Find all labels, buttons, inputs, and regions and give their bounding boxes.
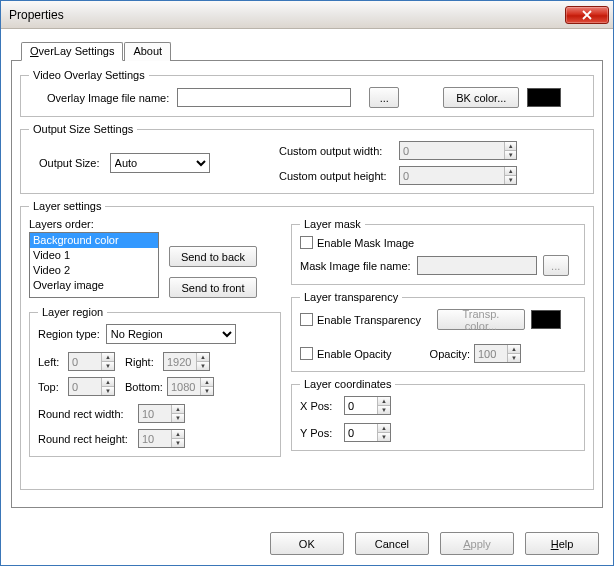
spin-up-icon[interactable]: ▲ xyxy=(172,405,184,413)
custom-height-input[interactable] xyxy=(400,167,504,184)
rrh-input[interactable] xyxy=(139,430,171,447)
checkbox-box-icon xyxy=(300,236,313,249)
spin-up-icon[interactable]: ▲ xyxy=(378,397,390,405)
list-item[interactable]: Overlay image xyxy=(30,278,158,293)
transp-color-button[interactable]: Transp. color... xyxy=(437,309,525,330)
left-label: Left: xyxy=(38,356,68,368)
spin-down-icon[interactable]: ▼ xyxy=(505,150,516,159)
spin-down-icon[interactable]: ▼ xyxy=(378,405,390,414)
y-pos-input[interactable] xyxy=(345,424,377,441)
x-pos-spin[interactable]: ▲▼ xyxy=(344,396,391,415)
spin-down-icon[interactable]: ▼ xyxy=(172,413,184,422)
bottom-input[interactable] xyxy=(168,378,200,395)
tab-panel: Video Overlay Settings Overlay Image fil… xyxy=(11,60,603,508)
spin-up-icon[interactable]: ▲ xyxy=(505,142,516,150)
ok-button[interactable]: OK xyxy=(270,532,344,555)
spin-down-icon[interactable]: ▼ xyxy=(102,361,114,370)
spin-up-icon[interactable]: ▲ xyxy=(172,430,184,438)
custom-width-spin[interactable]: ▲▼ xyxy=(399,141,517,160)
rrw-input[interactable] xyxy=(139,405,171,422)
spin-up-icon[interactable]: ▲ xyxy=(201,378,213,386)
spin-down-icon[interactable]: ▼ xyxy=(201,386,213,395)
spin-up-icon[interactable]: ▲ xyxy=(508,345,520,353)
right-input[interactable] xyxy=(164,353,196,370)
legend-layer-settings: Layer settings xyxy=(29,200,105,212)
send-to-back-button[interactable]: Send to back xyxy=(169,246,257,267)
spin-up-icon[interactable]: ▲ xyxy=(102,353,114,361)
bk-color-swatch xyxy=(527,88,561,107)
tab-strip: OverLay Settings About xyxy=(21,41,603,60)
spin-down-icon[interactable]: ▼ xyxy=(508,353,520,362)
spin-up-icon[interactable]: ▲ xyxy=(197,353,209,361)
custom-height-spin[interactable]: ▲▼ xyxy=(399,166,517,185)
group-layer-region: Layer region Region type: No Region Left… xyxy=(29,306,281,457)
spin-up-icon[interactable]: ▲ xyxy=(102,378,114,386)
tab-overlay-settings[interactable]: OverLay Settings xyxy=(21,42,123,61)
top-input[interactable] xyxy=(69,378,101,395)
right-label: Right: xyxy=(125,356,163,368)
spin-down-icon[interactable]: ▼ xyxy=(197,361,209,370)
custom-height-label: Custom output height: xyxy=(279,170,399,182)
opacity-spin[interactable]: ▲▼ xyxy=(474,344,521,363)
legend-layer-region: Layer region xyxy=(38,306,107,318)
dialog-footer: OK Cancel Apply Help xyxy=(1,532,613,555)
checkbox-box-icon xyxy=(300,313,313,326)
y-pos-spin[interactable]: ▲▼ xyxy=(344,423,391,442)
region-type-label: Region type: xyxy=(38,328,100,340)
apply-button[interactable]: Apply xyxy=(440,532,514,555)
list-item[interactable]: Video 1 xyxy=(30,248,158,263)
help-button[interactable]: Help xyxy=(525,532,599,555)
transp-color-swatch xyxy=(531,310,561,329)
mask-file-input[interactable] xyxy=(417,256,537,275)
close-icon xyxy=(582,10,592,20)
close-button[interactable] xyxy=(565,6,609,24)
region-type-select[interactable]: No Region xyxy=(106,324,236,344)
output-size-label: Output Size: xyxy=(39,157,100,169)
top-spin[interactable]: ▲▼ xyxy=(68,377,115,396)
opacity-label: Opacity: xyxy=(430,348,470,360)
titlebar: Properties xyxy=(1,1,613,29)
overlay-image-browse-button[interactable]: ... xyxy=(369,87,399,108)
enable-mask-label: Enable Mask Image xyxy=(317,237,414,249)
rrw-spin[interactable]: ▲▼ xyxy=(138,404,185,423)
send-to-front-button[interactable]: Send to front xyxy=(169,277,257,298)
right-spin[interactable]: ▲▼ xyxy=(163,352,210,371)
bottom-spin[interactable]: ▲▼ xyxy=(167,377,214,396)
left-input[interactable] xyxy=(69,353,101,370)
tab-overlay-label: verLay Settings xyxy=(39,45,115,57)
list-item[interactable]: Background color xyxy=(30,233,158,248)
spin-down-icon[interactable]: ▼ xyxy=(102,386,114,395)
spin-down-icon[interactable]: ▼ xyxy=(378,432,390,441)
top-label: Top: xyxy=(38,381,68,393)
spin-up-icon[interactable]: ▲ xyxy=(505,167,516,175)
legend-layer-coordinates: Layer coordinates xyxy=(300,378,395,390)
left-spin[interactable]: ▲▼ xyxy=(68,352,115,371)
group-layer-settings: Layer settings Layers order: Background … xyxy=(20,200,594,490)
tab-about[interactable]: About xyxy=(124,42,171,61)
overlay-image-input[interactable] xyxy=(177,88,351,107)
group-layer-transparency: Layer transparency Enable Transparency T… xyxy=(291,291,585,372)
cancel-button[interactable]: Cancel xyxy=(355,532,429,555)
list-item[interactable]: Video 2 xyxy=(30,263,158,278)
apply-label: A xyxy=(463,538,470,550)
rrh-spin[interactable]: ▲▼ xyxy=(138,429,185,448)
group-output-size: Output Size Settings Output Size: Auto C… xyxy=(20,123,594,194)
mask-browse-button[interactable]: ... xyxy=(543,255,569,276)
x-pos-input[interactable] xyxy=(345,397,377,414)
spin-up-icon[interactable]: ▲ xyxy=(378,424,390,432)
enable-transparency-checkbox[interactable]: Enable Transparency xyxy=(300,313,421,326)
bk-color-button[interactable]: BK color... xyxy=(443,87,519,108)
spin-down-icon[interactable]: ▼ xyxy=(172,438,184,447)
custom-width-input[interactable] xyxy=(400,142,504,159)
layers-listbox[interactable]: Background color Video 1 Video 2 Overlay… xyxy=(29,232,159,298)
enable-opacity-label: Enable Opacity xyxy=(317,348,392,360)
spin-down-icon[interactable]: ▼ xyxy=(505,175,516,184)
overlay-image-label: Overlay Image file name: xyxy=(47,92,169,104)
legend-video-overlay: Video Overlay Settings xyxy=(29,69,149,81)
opacity-input[interactable] xyxy=(475,345,507,362)
bottom-label: Bottom: xyxy=(125,381,167,393)
enable-opacity-checkbox[interactable]: Enable Opacity xyxy=(300,347,392,360)
output-size-select[interactable]: Auto xyxy=(110,153,210,173)
enable-mask-checkbox[interactable]: Enable Mask Image xyxy=(300,236,414,249)
legend-layer-mask: Layer mask xyxy=(300,218,365,230)
